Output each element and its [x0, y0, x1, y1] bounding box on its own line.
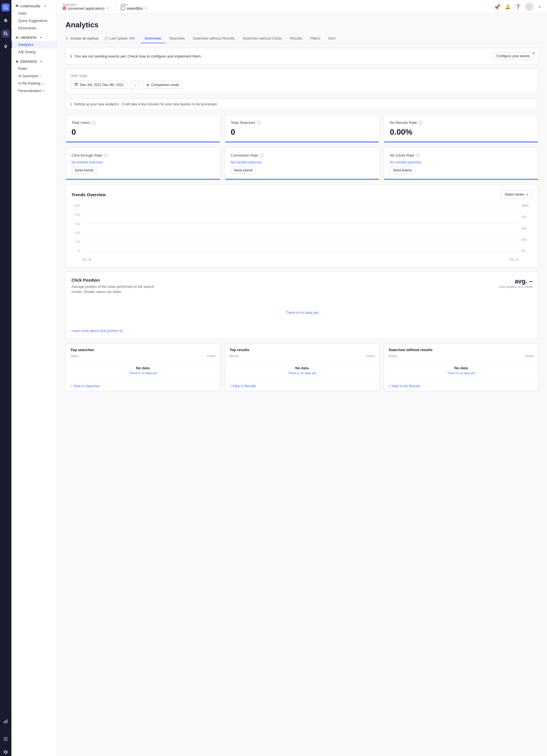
- include-replicas-label: Include all replicas: [70, 36, 99, 40]
- app-color-dot: [63, 7, 66, 10]
- chart-y-axis-right: 100% 75% 50% 25% 0%: [520, 204, 532, 253]
- topbar: Application (unnamed application) Index …: [57, 0, 547, 14]
- sidebar-item-personalization[interactable]: Personalization ★: [11, 87, 57, 95]
- sidebar-item-query-suggestions[interactable]: Query Suggestions: [11, 17, 57, 24]
- no-results-rate-info[interactable]: i: [419, 121, 423, 125]
- metric-total-users: Total Users i 0: [65, 114, 220, 143]
- metric-conversion-title: Conversion Rate i: [231, 153, 374, 157]
- tab-overview[interactable]: Overview: [141, 34, 165, 43]
- date-picker-button[interactable]: 📅 Dec 3rd, 2021 Dec 9th, 2021: [70, 81, 127, 89]
- alert-close-button[interactable]: ✕: [532, 51, 535, 56]
- click-pos-title: Click Position: [71, 278, 157, 282]
- tab-searches-without-clicks[interactable]: Searches without Clicks: [239, 34, 286, 43]
- metric-total-searches-title: Total Searches i: [231, 120, 374, 125]
- search-icon[interactable]: [2, 30, 10, 38]
- enhance-header[interactable]: ENHANCE: [11, 58, 57, 65]
- main-area: Application (unnamed application) Index …: [57, 0, 547, 756]
- top-searches-footer: + View in Searches: [66, 380, 220, 391]
- ctr-no-tracked: No tracked searches: [71, 160, 214, 164]
- y-right-2: 50%: [521, 227, 527, 230]
- metric-conversion-rate: Conversion Rate i No tracked searches Se…: [225, 147, 380, 180]
- filter-button[interactable]: ⬦: [131, 81, 139, 89]
- top-searches-view-link[interactable]: + View in Searches: [70, 384, 100, 388]
- trends-card: Trends Overview Select series 10.0 8.0 6…: [65, 185, 538, 267]
- settings-icon[interactable]: [2, 748, 10, 756]
- click-pos-desc: Average position of the clicks performed…: [71, 284, 157, 294]
- click-pos-info: Click Position Average position of the c…: [71, 278, 157, 294]
- top-searches-table: Top searches Query Count No data There i…: [65, 343, 220, 391]
- top-results-empty: No data There is no data yet: [225, 360, 379, 380]
- application-value[interactable]: (unnamed application): [63, 6, 109, 11]
- logo[interactable]: [2, 3, 10, 11]
- tab-searches-without-results[interactable]: Searches without Results: [189, 34, 239, 43]
- top-results-footer: + View in Results: [225, 380, 379, 391]
- ctr-info[interactable]: i: [104, 153, 108, 157]
- metric-no-clicks-rate: No Clicks Rate i No tracked searches Sen…: [384, 147, 538, 180]
- tab-searches[interactable]: Searches: [165, 34, 189, 43]
- user-chevron-icon[interactable]: [538, 5, 541, 9]
- svg-point-2: [4, 32, 7, 34]
- trends-header: Trends Overview Select series: [71, 190, 532, 198]
- pin-icon[interactable]: [2, 43, 10, 51]
- observe-header[interactable]: OBSERVE: [11, 34, 57, 41]
- swr-view-link[interactable]: + View in No Results: [389, 384, 420, 388]
- star-icon: ★: [40, 74, 42, 78]
- tab-results[interactable]: Results: [286, 34, 306, 43]
- y-left-2: 6.0: [76, 222, 80, 226]
- y-right-0: 100%: [521, 204, 529, 207]
- include-replicas-remove[interactable]: ✕: [65, 36, 69, 41]
- top-results-col2: Count: [366, 354, 374, 358]
- no-clicks-send-events-button[interactable]: Send events: [390, 167, 415, 174]
- sidebar-item-rules[interactable]: Rules: [11, 65, 57, 72]
- no-clicks-info[interactable]: i: [416, 153, 420, 157]
- svg-rect-9: [4, 740, 8, 741]
- setup-info-icon: ℹ: [70, 102, 72, 106]
- click-pos-empty: There is no data yet: [71, 299, 532, 326]
- home-icon[interactable]: [2, 17, 10, 24]
- index-chevron-icon: [145, 7, 147, 10]
- index-name: sleekdfjbn: [126, 6, 143, 11]
- chart-area: [82, 204, 519, 253]
- top-results-table: Top results Result Count No data There i…: [225, 343, 380, 391]
- sidebar-item-ai-reranking[interactable]: AI Re-Ranking ★: [11, 80, 57, 87]
- total-users-info[interactable]: i: [92, 121, 96, 125]
- configure-header[interactable]: CONFIGURE: [11, 3, 57, 10]
- app-name: (unnamed application): [68, 6, 104, 11]
- comparison-mode-button[interactable]: ⊕ Comparison mode: [143, 81, 183, 89]
- rocket-icon[interactable]: 🚀: [495, 4, 500, 9]
- metric-no-results-rate-title: No Results Rate i: [390, 120, 532, 125]
- x-left: Dec 10: [82, 258, 91, 261]
- tab-filters[interactable]: Filters: [306, 34, 324, 43]
- index-dot: [121, 6, 125, 10]
- select-series-button[interactable]: Select series: [501, 190, 532, 198]
- top-results-header: Result Count: [225, 352, 379, 360]
- user-avatar[interactable]: [525, 3, 533, 11]
- external-link-icon: [120, 329, 123, 332]
- top-results-view-link[interactable]: + View in Results: [229, 384, 256, 388]
- metric-total-searches-value: 0: [231, 128, 374, 137]
- conversion-send-events-button[interactable]: Send events: [231, 167, 256, 174]
- configure-events-button[interactable]: Configure your events: [493, 52, 534, 60]
- conversion-info[interactable]: i: [260, 153, 264, 157]
- page-content: Analytics ✕ Include all replicas 🕐 Last …: [57, 14, 547, 756]
- click-pos-avg-sublabel: Click position on 0 clicks: [499, 285, 532, 288]
- list-icon[interactable]: [2, 735, 10, 743]
- bell-icon[interactable]: 🔔: [505, 4, 511, 9]
- help-icon[interactable]: ❓: [515, 4, 521, 9]
- alert-banner: ℹ You are not sending events yet. Check …: [65, 48, 538, 64]
- configure-label: CONFIGURE: [21, 5, 41, 8]
- alert-info-icon: ℹ: [70, 54, 72, 58]
- sidebar-item-analytics[interactable]: Analytics: [11, 41, 57, 48]
- total-searches-info[interactable]: i: [257, 121, 261, 125]
- click-pos-learn-more-link[interactable]: Learn more about click position: [71, 329, 532, 333]
- sidebar-item-ai-synonyms[interactable]: AI Synonyms ★: [11, 72, 57, 80]
- configure-section: CONFIGURE Index Query Suggestions Dictio…: [11, 3, 57, 32]
- ctr-send-events-button[interactable]: Send events: [71, 167, 97, 174]
- analytics-icon[interactable]: [2, 717, 10, 725]
- tab-geo[interactable]: Geo: [324, 34, 339, 43]
- sidebar-item-index[interactable]: Index: [11, 10, 57, 17]
- index-value[interactable]: sleekdfjbn: [121, 6, 148, 11]
- sidebar-item-dictionaries[interactable]: Dictionaries: [11, 24, 57, 32]
- y-left-0: 10.0: [74, 204, 80, 207]
- sidebar-item-ab-testing[interactable]: A/B Testing: [11, 48, 57, 56]
